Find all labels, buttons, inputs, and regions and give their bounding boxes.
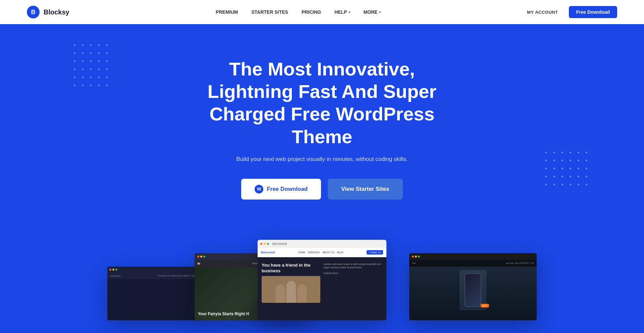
browser-bar-center: BizConsult [258, 240, 386, 248]
nav-item-pricing[interactable]: PRICING [302, 9, 321, 15]
brand-name: Blocksy [44, 8, 69, 16]
free-download-hero-button[interactable]: W Free Download [241, 179, 321, 200]
browser-dot-green [203, 256, 205, 258]
dots-right-decoration [545, 152, 590, 188]
azzlepoke-nav: azzlepoke PROJECTS SERVICES ABOUT BLOG [107, 273, 201, 279]
hero-section: The Most Innovative, Lightning Fast And … [0, 24, 644, 333]
navbar: B Blocksy PREMIUM STARTER SITES PRICING … [0, 0, 644, 24]
browser-bar-right [409, 253, 537, 260]
wordpress-icon: W [255, 185, 263, 193]
phone-body [465, 273, 481, 307]
browser-dot-yellow [112, 269, 114, 271]
price-badge: BUY [481, 304, 489, 308]
bizconsult-nav: BizConsult HOME SERVICES ABOUT US BLOG C… [258, 248, 386, 257]
screenshots-container: azzlepoke PROJECTS SERVICES ABOUT BLOG W… [0, 220, 644, 320]
nav-item-help[interactable]: HELP ▾ [334, 9, 350, 15]
bizconsult-hero: You have a friend in the business Aenean… [258, 257, 386, 320]
screenshot-center: BizConsult BizConsult HOME SERVICES ABOU… [258, 240, 386, 320]
iphone-image: BUY [460, 270, 486, 310]
browser-dot-yellow [264, 243, 266, 245]
free-download-nav-button[interactable]: Free Download [569, 6, 617, 18]
hero-buttons: W Free Download View Starter Sites [241, 179, 402, 200]
browser-dot-green [418, 256, 420, 258]
screenshot-far-left: azzlepoke PROJECTS SERVICES ABOUT BLOG [107, 267, 201, 320]
main-nav: PREMIUM STARTER SITES PRICING HELP ▾ MOR… [216, 9, 380, 15]
browser-dot-yellow [415, 256, 417, 258]
view-starter-sites-button[interactable]: View Starter Sites [328, 179, 402, 200]
hero-subtitle: Build your next web project visually in … [236, 156, 408, 163]
navbar-right: MY ACCOUNT Free Download [527, 6, 617, 18]
browser-dot-red [412, 256, 414, 258]
nav-item-starter-sites[interactable]: STARTER SITES [251, 9, 288, 15]
my-account-link[interactable]: MY ACCOUNT [527, 10, 558, 15]
browser-dot-red [260, 243, 262, 245]
chevron-down-icon: ▾ [348, 10, 350, 14]
bizconsult-image [262, 276, 320, 303]
bizconsult-content: BizConsult HOME SERVICES ABOUT US BLOG C… [258, 248, 386, 320]
dots-left-decoration [74, 44, 111, 89]
nav-item-premium[interactable]: PREMIUM [216, 9, 238, 15]
navbar-brand: B Blocksy [27, 6, 69, 18]
browser-dot-red [197, 256, 199, 258]
screenshot-right: nav nav nav nav CONTACT US BUY [409, 253, 537, 320]
nav-item-more[interactable]: MORE ▾ [364, 9, 381, 15]
browser-dot-green [115, 269, 117, 271]
browser-dot-green [267, 243, 269, 245]
browser-bar [107, 267, 201, 273]
iphone-content: nav nav nav nav CONTACT US BUY [409, 260, 537, 320]
hero-title: The Most Innovative, Lightning Fast And … [191, 58, 453, 148]
browser-content-far-left: azzlepoke PROJECTS SERVICES ABOUT BLOG [107, 273, 201, 320]
iphone-hero: nav nav nav nav CONTACT US BUY [409, 260, 537, 320]
browser-dot-red [109, 269, 111, 271]
chevron-down-icon: ▾ [379, 10, 381, 14]
iphone-nav: nav nav nav nav CONTACT US [409, 260, 537, 267]
logo-icon: B [27, 6, 40, 18]
browser-dot-yellow [200, 256, 202, 258]
